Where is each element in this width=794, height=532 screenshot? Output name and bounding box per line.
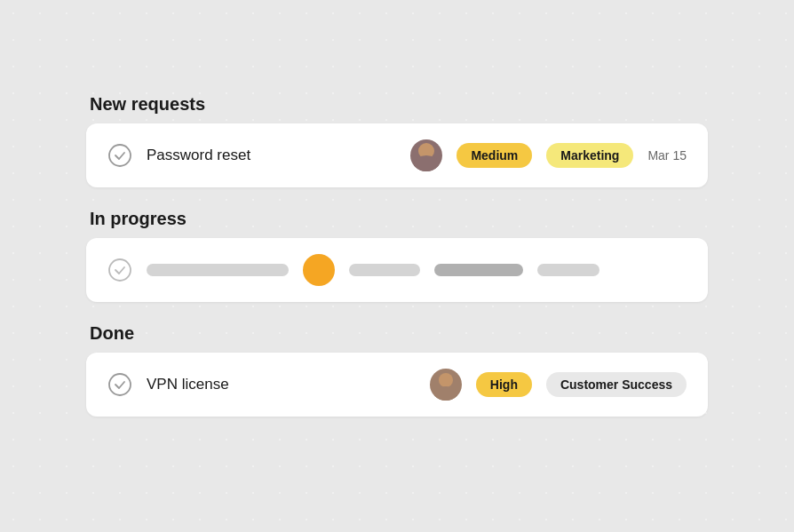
svg-point-1 (109, 259, 131, 281)
card-in-progress[interactable] (86, 238, 708, 302)
avatar-password-reset (410, 139, 442, 171)
priority-badge-password-reset: Medium (457, 143, 532, 168)
category-badge-password-reset: Marketing (546, 143, 633, 168)
priority-badge-vpn-license: High (476, 372, 532, 397)
check-icon-in-progress (107, 258, 132, 282)
main-container: New requests Password reset Medium Marke… (86, 76, 708, 456)
card-vpn-license[interactable]: VPN license High Customer Success (86, 353, 708, 417)
category-badge-vpn-license: Customer Success (546, 372, 687, 397)
check-icon-password-reset (107, 143, 132, 168)
task-title-vpn-license: VPN license (147, 376, 416, 393)
avatar-in-progress (303, 254, 335, 286)
section-title-done: Done (86, 323, 708, 344)
svg-point-2 (109, 374, 131, 395)
placeholder-category-in-progress (434, 264, 523, 276)
section-title-new-requests: New requests (86, 94, 708, 115)
placeholder-title-in-progress (147, 264, 289, 276)
placeholder-priority-in-progress (349, 264, 420, 276)
section-done: Done VPN license High Customer Success (86, 323, 708, 417)
task-title-password-reset: Password reset (147, 147, 396, 164)
date-password-reset: Mar 15 (647, 148, 687, 163)
section-in-progress: In progress (86, 209, 708, 302)
check-icon-vpn-license (107, 372, 132, 397)
section-title-in-progress: In progress (86, 209, 708, 229)
placeholder-date-in-progress (537, 264, 599, 276)
section-new-requests: New requests Password reset Medium Marke… (86, 94, 708, 187)
avatar-vpn-license (430, 369, 462, 401)
svg-point-0 (109, 145, 131, 166)
card-password-reset[interactable]: Password reset Medium Marketing Mar 15 (86, 123, 708, 187)
